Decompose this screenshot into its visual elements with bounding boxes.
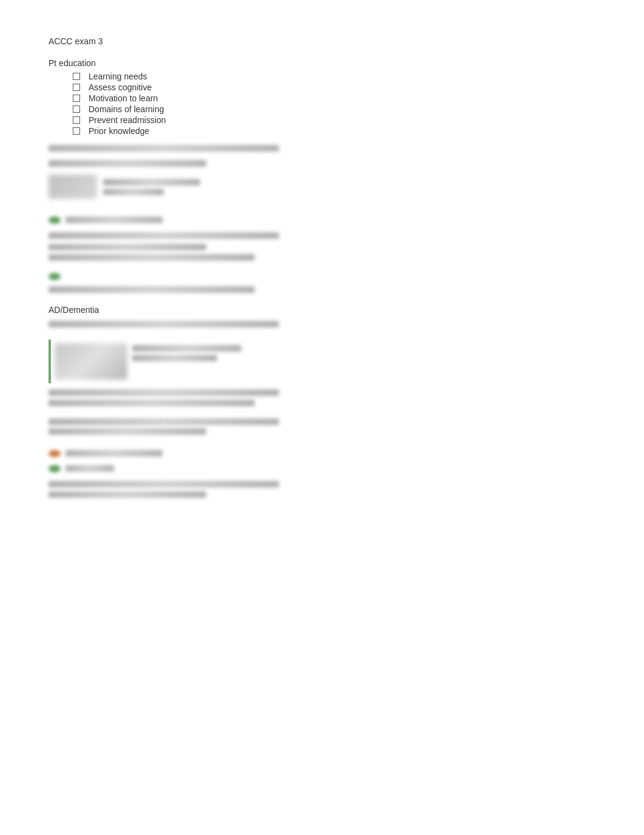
blurred-ad-dot-2: [49, 462, 595, 475]
list-item-label: Assess cognitive: [89, 82, 152, 92]
list-item-label: Learning needs: [89, 72, 147, 81]
page-container: ACCC exam 3 Pt education Learning needs …: [49, 36, 595, 498]
ad-dementia-section: AD/Dementia: [49, 305, 595, 498]
pt-education-section: Pt education Learning needs Assess cogni…: [49, 58, 595, 293]
blurred-content-1: [49, 142, 595, 201]
bullet-icon: [73, 116, 80, 124]
blurred-ad-3: [49, 418, 595, 435]
blurred-status-row: [49, 213, 595, 226]
blurred-ad-dot-1: [49, 447, 595, 460]
blurred-content-2: [49, 232, 595, 261]
list-item: Assess cognitive: [73, 82, 595, 92]
blurred-ad-1: [49, 321, 595, 327]
bullet-icon: [73, 84, 80, 91]
blurred-ad-4: [49, 481, 595, 498]
page-title: ACCC exam 3: [49, 36, 595, 46]
pt-education-list: Learning needs Assess cognitive Motivati…: [73, 72, 595, 136]
bullet-icon: [73, 95, 80, 102]
list-item: Prior knowledge: [73, 126, 595, 136]
bullet-icon: [73, 106, 80, 113]
blurred-status-row-2: [49, 273, 595, 280]
list-item-label: Prior knowledge: [89, 126, 149, 136]
list-item-label: Motivation to learn: [89, 93, 158, 103]
list-item-label: Domains of learning: [89, 104, 164, 114]
list-item: Domains of learning: [73, 104, 595, 114]
list-item: Motivation to learn: [73, 93, 595, 103]
ad-dementia-title: AD/Dementia: [49, 305, 595, 315]
blurred-content-3: [49, 286, 595, 293]
bullet-icon: [73, 127, 80, 135]
pt-education-title: Pt education: [49, 58, 595, 68]
list-item: Learning needs: [73, 72, 595, 81]
list-item-label: Prevent readmission: [89, 115, 166, 125]
blurred-ad-image-row: [49, 340, 595, 383]
blurred-ad-2: [49, 389, 595, 406]
list-item: Prevent readmission: [73, 115, 595, 125]
bullet-icon: [73, 73, 80, 80]
